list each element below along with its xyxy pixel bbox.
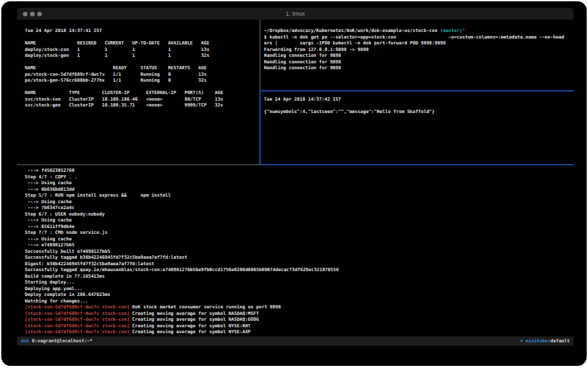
terminal-line xyxy=(25,84,259,91)
terminal-line: ---> Using cache xyxy=(25,236,574,243)
active-pane-border-left[interactable] xyxy=(259,90,261,165)
terminal-line: Successfully built e74898127bb5 xyxy=(25,249,574,255)
terminal-line: Step 6/7 : USER nobody:nobody xyxy=(25,212,574,218)
pod-log-line: [stock-con-5d7df689cf-dwc7v stock-con] D… xyxy=(25,304,574,311)
terminal-line: Watching for changes... xyxy=(25,299,574,305)
terminal-line: ---> e74898127bb5 xyxy=(25,242,574,249)
terminal-line: ---> 7b6347ce2a4c xyxy=(25,205,574,212)
pane-divider-vertical-gray[interactable] xyxy=(259,20,261,90)
shell-prompt-line: ~/Dropbox/advocacy/Kubernetes/DoK/work/d… xyxy=(264,28,574,35)
terminal-line xyxy=(264,103,574,110)
active-pane-border-bottom[interactable] xyxy=(259,164,574,165)
pod-log-output: [stock-con-5d7df689cf-dwc7v stock-con] D… xyxy=(25,304,574,336)
pod-log-message: Creating moving average for symbol NASDA… xyxy=(129,311,259,316)
port-forward-output: $ kubectl -n dok get po --selector=app=s… xyxy=(264,35,574,72)
pane-kubectl-watch[interactable]: Tue 24 Apr 2018 14:37:41 IST NAME DESIRE… xyxy=(17,20,259,164)
terminal-line: Digest: b38b42246945fd7f32c5ba9aea7af7fd… xyxy=(25,261,574,268)
pane-divider-horizontal-gray[interactable] xyxy=(17,164,259,165)
session-name: dok xyxy=(21,338,29,344)
terminal-line: ---> Using cache xyxy=(25,180,574,187)
terminal-line: Step 7/7 : CMD node service.js xyxy=(25,230,574,236)
terminal-line xyxy=(25,59,259,66)
pod-log-line: [stock-con-5d7df689cf-dwc7v stock-con] C… xyxy=(25,323,574,330)
terminal-line: po/stock-con-5d7df689cf-dwc7v 1/1 Runnin… xyxy=(25,72,259,78)
terminal-line: NAME READY STATUS RESTARTS AGE xyxy=(25,65,259,72)
pod-log-prefix: [stock-con-5d7df689cf-dwc7v stock-con] xyxy=(25,311,129,316)
pod-log-message: Creating moving average for symbol NYSE:… xyxy=(129,323,250,329)
pod-log-line: [stock-con-5d7df689cf-dwc7v stock-con] C… xyxy=(25,329,574,336)
terminal-line: ---> 0b636bd013dd xyxy=(25,187,574,193)
pane-port-forward[interactable]: ~/Dropbox/advocacy/Kubernetes/DoK/work/d… xyxy=(261,20,574,90)
kube-context: minikube xyxy=(523,338,547,344)
pod-log-prefix: [stock-con-5d7df689cf-dwc7v stock-con] xyxy=(25,323,129,329)
pane-curl-response[interactable]: Tue 24 Apr 2018 14:37:42 IST {"numsymbol… xyxy=(261,92,574,164)
pod-log-prefix: [stock-con-5d7df689cf-dwc7v stock-con] xyxy=(25,329,129,334)
pod-log-line: [stock-con-5d7df689cf-dwc7v stock-con] C… xyxy=(25,317,574,323)
window-title-bar[interactable]: 1. tmux xyxy=(17,8,574,20)
prompt-path: ~/Dropbox/advocacy/Kubernetes/DoK/work/d… xyxy=(264,28,440,33)
active-pane-border-top[interactable] xyxy=(261,90,574,91)
terminal-line: Forwarding from 127.0.0.1:9898 -> 9898 xyxy=(264,47,574,54)
git-branch-label: (master) xyxy=(440,28,463,33)
terminal-line: NAME TYPE CLUSTER-IP EXTERNAL-IP PORT(S)… xyxy=(25,90,259,97)
terminal-line: ers | xargs -IPOD kubectl -n dok port-fo… xyxy=(264,41,574,47)
terminal-line: Handling connection for 9898 xyxy=(264,65,574,72)
terminal-line: svc/stock-gen ClusterIP 10.100.35.71 <no… xyxy=(25,103,259,109)
kube-namespace: :default xyxy=(547,338,570,344)
pod-log-prefix: [stock-con-5d7df689cf-dwc7v stock-con] xyxy=(25,304,129,310)
terminal-line: ---> Using cache xyxy=(25,199,574,206)
terminal-line: Step 4/7 : COPY . . xyxy=(25,174,574,181)
pod-log-prefix: [stock-con-5d7df689cf-dwc7v stock-con] xyxy=(25,317,129,322)
terminal-line: $ kubectl -n dok get po --selector=app=s… xyxy=(264,35,574,41)
terminal-line: Deploying app.yaml... xyxy=(25,286,574,293)
terminal-line: Deploy complete in 286.647823ms xyxy=(25,292,574,299)
terminal-line: Starting deploy... xyxy=(25,280,574,286)
terminal-line: Successfully tagged quay.io/mhausenblas/… xyxy=(25,267,574,274)
pod-log-line: [stock-con-5d7df689cf-dwc7v stock-con] C… xyxy=(25,311,574,318)
terminal-line: Tue 24 Apr 2018 14:37:42 IST xyxy=(264,97,574,103)
terminal-line: Handling connection for 9898 xyxy=(264,59,574,66)
terminal-line: Build complete in 77.165413ms xyxy=(25,274,574,280)
build-output: ---> f45623052760 Step 4/7 : COPY . . --… xyxy=(25,168,574,304)
terminal-line: NAME DESIRED CURRENT UP-TO-DATE AVAILABL… xyxy=(25,41,259,47)
terminal-line: svc/stock-con ClusterIP 10.109.186.46 <n… xyxy=(25,97,259,103)
pod-log-message: Creating moving average for symbol NYSE:… xyxy=(129,329,250,334)
terminal-line: po/stock-gen-576cc688bb-277hx 1/1 Runnin… xyxy=(25,78,259,84)
terminal-line: Tue 24 Apr 2018 14:37:41 IST xyxy=(25,28,259,35)
screen-background: 1. tmux Tue 24 Apr 2018 14:37:41 IST NAM… xyxy=(1,1,587,366)
terminal-line: ---> 65611ff9db4e xyxy=(25,224,574,231)
pane-skaffold-build[interactable]: ---> f45623052760 Step 4/7 : COPY . . --… xyxy=(17,166,574,336)
pod-log-message: DoK stock market consumer service runnin… xyxy=(129,304,281,310)
tmux-status-bar: dok 0:vagrant@localhost:~* ⎈ minikube:de… xyxy=(17,336,574,346)
pod-log-message: Creating moving average for symbol NASDA… xyxy=(129,317,259,322)
terminal-line: deploy/stock-con 1 1 1 1 13s xyxy=(25,47,259,54)
terminal-line: ---> Using cache xyxy=(25,218,574,224)
terminal-line: deploy/stock-gen 1 1 1 1 32s xyxy=(25,53,259,59)
terminal-line: {"numsymbols":4,"lastseen":"","message":… xyxy=(264,109,574,116)
terminal-line: Successfully tagged b38b42246945fd7f32c5… xyxy=(25,255,574,261)
window-title: 1. tmux xyxy=(17,10,574,17)
terminal-line: Step 5/7 : RUN npm install express && np… xyxy=(25,193,574,199)
terminal-line xyxy=(25,35,259,41)
terminal-line: ---> f45623052760 xyxy=(25,168,574,174)
git-dirty-star: * xyxy=(462,28,465,33)
window-list-item[interactable]: 0:vagrant@localhost:~* xyxy=(29,338,93,344)
terminal-line: Handling connection for 9898 xyxy=(264,53,574,59)
